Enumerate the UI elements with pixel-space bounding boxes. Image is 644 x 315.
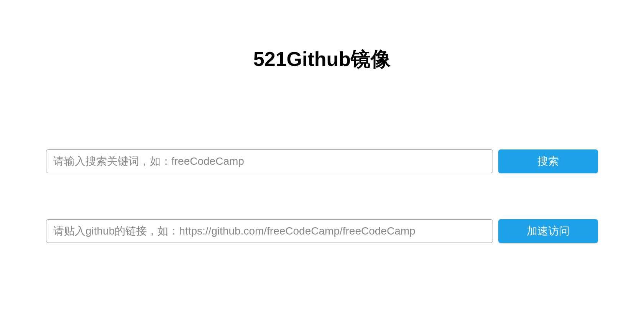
github-link-input[interactable]	[46, 219, 493, 243]
search-row: 搜索	[46, 149, 598, 173]
accelerate-row: 加速访问	[46, 219, 598, 243]
search-button[interactable]: 搜索	[498, 149, 598, 173]
search-input[interactable]	[46, 149, 493, 173]
accelerate-button[interactable]: 加速访问	[498, 219, 598, 243]
page-title: 521Github镜像	[46, 46, 598, 73]
